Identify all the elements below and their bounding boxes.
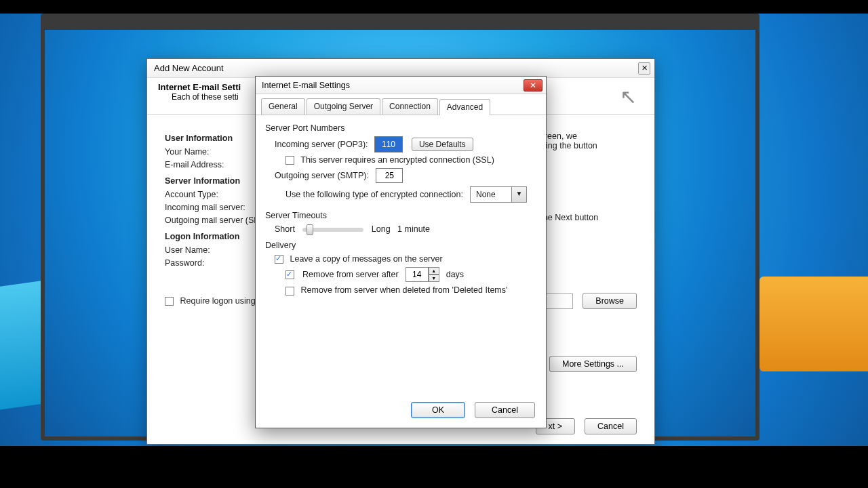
spin-down-button[interactable]: ▼ <box>429 274 439 282</box>
remove-deleted-label: Remove from server when deleted from 'De… <box>300 285 507 295</box>
require-spa-checkbox[interactable] <box>165 297 174 306</box>
tab-connection[interactable]: Connection <box>382 98 438 115</box>
leave-copy-checkbox[interactable] <box>275 255 283 264</box>
server-timeouts-heading: Server Timeouts <box>265 211 536 220</box>
incoming-pop3-port-input[interactable] <box>375 137 402 152</box>
timeout-long-label: Long <box>372 224 391 234</box>
child-titlebar[interactable]: Internet E-mail Settings ✕ <box>256 77 546 94</box>
chevron-down-icon: ▼ <box>511 187 526 202</box>
slider-thumb[interactable] <box>307 224 313 235</box>
remove-after-checkbox[interactable] <box>285 270 294 279</box>
tab-outgoing-server[interactable]: Outgoing Server <box>307 98 380 115</box>
tab-advanced[interactable]: Advanced <box>439 99 490 115</box>
outgoing-smtp-port-input[interactable] <box>376 168 403 183</box>
parent-subheading: Each of these setti <box>172 92 241 102</box>
remove-after-label: Remove from server after <box>302 270 399 279</box>
child-close-button[interactable]: ✕ <box>524 79 542 92</box>
ok-button[interactable]: OK <box>411 402 465 418</box>
internet-email-settings-dialog: Internet E-mail Settings ✕ General Outgo… <box>255 76 547 428</box>
remove-days-input[interactable] <box>406 267 429 282</box>
encryption-type-select[interactable]: None ▼ <box>470 186 527 203</box>
decor-block-orange <box>760 277 868 371</box>
tab-strip: General Outgoing Server Connection Advan… <box>256 94 546 115</box>
parent-close-button[interactable]: ✕ <box>638 62 650 75</box>
browse-button[interactable]: Browse <box>583 293 637 309</box>
use-defaults-button[interactable]: Use Defaults <box>412 138 473 151</box>
parent-heading: Internet E-mail Setti <box>158 82 241 92</box>
ssl-checkbox[interactable] <box>285 156 294 165</box>
delivery-heading: Delivery <box>265 241 536 250</box>
more-settings-button[interactable]: More Settings ... <box>549 356 637 372</box>
parent-titlebar[interactable]: Add New Account ✕ <box>147 59 654 78</box>
desktop-background: Add New Account ✕ Internet E-mail Setti … <box>0 14 868 446</box>
days-label: days <box>446 270 464 279</box>
encryption-type-label: Use the following type of encrypted conn… <box>285 190 463 199</box>
incoming-pop3-label: Incoming server (POP3): <box>275 140 368 149</box>
server-port-numbers-heading: Server Port Numbers <box>265 123 536 133</box>
cursor-icon: ↖ <box>620 85 637 108</box>
timeout-slider[interactable] <box>302 228 363 232</box>
leave-copy-label: Leave a copy of messages on the server <box>290 254 442 264</box>
timeout-short-label: Short <box>275 224 295 234</box>
child-title: Internet E-mail Settings <box>259 81 350 90</box>
tab-general[interactable]: General <box>261 98 305 115</box>
spin-up-button[interactable]: ▲ <box>429 267 439 274</box>
parent-title: Add New Account <box>151 63 224 73</box>
monitor-frame: Add New Account ✕ Internet E-mail Setti … <box>41 14 760 441</box>
parent-cancel-button[interactable]: Cancel <box>585 418 637 434</box>
child-cancel-button[interactable]: Cancel <box>475 402 535 418</box>
timeout-value-label: 1 minute <box>397 224 430 234</box>
outgoing-smtp-label: Outgoing server (SMTP): <box>275 171 369 180</box>
encryption-type-value: None <box>471 190 511 199</box>
ssl-label: This server requires an encrypted connec… <box>300 155 494 165</box>
remove-deleted-checkbox[interactable] <box>285 287 294 296</box>
